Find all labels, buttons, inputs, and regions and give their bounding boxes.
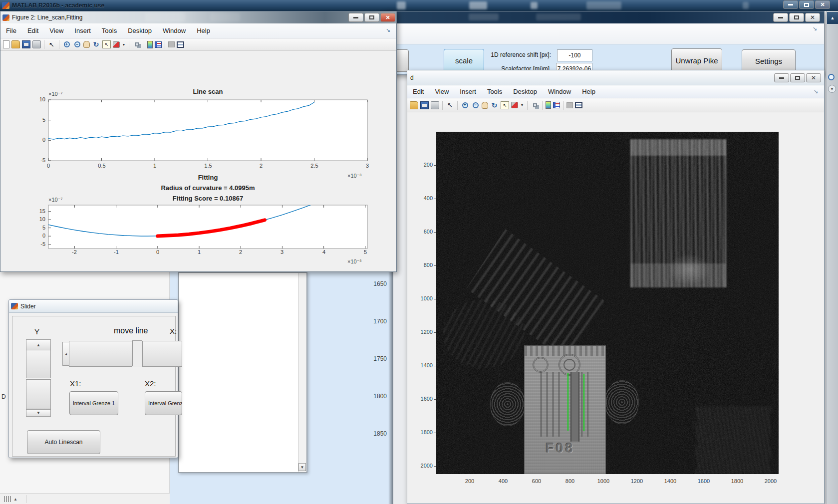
- rotate-3d-icon[interactable]: ↻: [490, 101, 499, 109]
- main-close-button[interactable]: ✕: [815, 0, 830, 9]
- auto-linescan-button[interactable]: Auto Linescan: [27, 430, 100, 454]
- resize-grip-icon[interactable]: ▲: [4, 496, 17, 502]
- x1-label: X1:: [70, 379, 81, 388]
- y-slider-track-upper[interactable]: [26, 350, 51, 378]
- collapse-panel-button[interactable]: ▲: [827, 12, 838, 24]
- plot-x-tick-label: 0.5: [92, 163, 112, 169]
- control-maximize-button[interactable]: [789, 13, 804, 22]
- y-slider-track-lower[interactable]: [26, 379, 51, 409]
- interval-grenze-1-button[interactable]: Interval Grenze 1: [69, 391, 118, 415]
- panel-edge-shadow: [388, 265, 393, 504]
- control-close-button[interactable]: ✕: [805, 13, 820, 22]
- plot-tools-on-icon[interactable]: [575, 102, 582, 108]
- image-y-tick-label: 1400: [413, 362, 433, 368]
- zoom-in-icon[interactable]: +: [461, 101, 469, 109]
- control-panel-menustrip: ↘: [384, 23, 824, 44]
- slider-content-panel: Y move line X: ▲ ▼ ◂ X1: X2: Interval Gr…: [12, 316, 176, 457]
- pan-hand-icon[interactable]: [482, 102, 488, 109]
- image-figure-menubar: EditViewInsertToolsDesktopWindowHelp: [407, 85, 824, 98]
- x-axis-label: X:: [170, 327, 177, 335]
- data-cursor-icon[interactable]: ↖: [501, 101, 509, 109]
- interval-grenze-1-label: Interval Grenze 1: [73, 400, 115, 406]
- menu-item-window[interactable]: Window: [543, 88, 576, 95]
- background-window-ghost: [743, 2, 749, 9]
- background-window-ghost: [586, 1, 621, 9]
- menu-item-edit[interactable]: Edit: [407, 88, 429, 95]
- x-slider-thumb[interactable]: [142, 341, 182, 367]
- image-y-tick-label: 200: [413, 162, 433, 168]
- plot-x-tick-label: 1: [189, 249, 209, 255]
- linescan-marker-1[interactable]: [567, 373, 568, 431]
- menu-item-tools[interactable]: Tools: [482, 88, 508, 95]
- plot-y-tick-label: -5: [31, 157, 45, 163]
- unwrap-pike-button[interactable]: Unwrap Pike: [671, 48, 722, 72]
- image-y-tick-label: 1600: [413, 396, 433, 402]
- control-panel-window: ✕ ↘ scale 1D reference shift [px]: Scale…: [383, 11, 825, 75]
- desktop-right-strip: ▲ ▼: [826, 11, 838, 504]
- ref-shift-label: 1D reference shift [px]:: [476, 51, 551, 58]
- plot-y-tick-label: 0: [31, 233, 45, 239]
- y-slider-down-button[interactable]: ▼: [26, 409, 51, 417]
- image-figure-minimize-button[interactable]: [774, 73, 789, 82]
- right-pad-ellipse: [605, 380, 639, 424]
- save-icon[interactable]: [420, 101, 429, 109]
- main-maximize-button[interactable]: [799, 0, 814, 9]
- control-panel-titlebar[interactable]: ✕: [384, 11, 824, 23]
- image-x-tick-label: 2000: [761, 478, 781, 484]
- move-line-slider-track[interactable]: [132, 340, 142, 366]
- dock-arrow-icon[interactable]: ↘: [813, 25, 817, 32]
- menu-item-help[interactable]: Help: [576, 88, 601, 95]
- ref-shift-field[interactable]: [557, 49, 592, 61]
- dropdown-arrow-icon[interactable]: ▾: [520, 101, 524, 109]
- matlab-figure-icon: [11, 303, 18, 309]
- image-x-tick-label: 800: [560, 478, 580, 484]
- image-figure-window: d ✕ EditViewInsertToolsDesktopWindowHelp…: [407, 70, 825, 504]
- interval-grenze-2-button[interactable]: Interval Grenze 2: [145, 391, 182, 415]
- background-window-ghost: [397, 1, 406, 9]
- open-folder-icon[interactable]: [410, 101, 418, 109]
- interferogram-image[interactable]: F08: [436, 132, 779, 474]
- main-window-title: MATLAB R2016b - academic use: [12, 2, 104, 9]
- legend-icon[interactable]: [553, 102, 560, 108]
- plot-x-tick-label: 1: [145, 163, 165, 169]
- plot-tools-off-icon[interactable]: [566, 102, 573, 108]
- pointer-icon[interactable]: ↖: [446, 101, 454, 109]
- control-minimize-button[interactable]: [773, 13, 788, 22]
- plots-canvas[interactable]: [0, 11, 397, 272]
- colorbar-icon[interactable]: [546, 101, 551, 109]
- plot-y-tick-label: 10: [31, 216, 45, 222]
- image-figure-close-button[interactable]: ✕: [806, 73, 821, 82]
- brush-icon[interactable]: [511, 102, 518, 108]
- hidden-panel-tick-label: 1850: [357, 430, 387, 437]
- toolbar-separator: [563, 101, 563, 110]
- menu-item-desktop[interactable]: Desktop: [508, 88, 543, 95]
- listbox-window: ▼: [178, 272, 307, 473]
- toolbar-separator: [527, 101, 528, 110]
- settings-button[interactable]: Settings: [742, 49, 796, 73]
- empty-listbox[interactable]: [179, 273, 298, 472]
- plot-x-tick-label: 3: [357, 163, 377, 169]
- menu-item-view[interactable]: View: [429, 88, 454, 95]
- main-minimize-button[interactable]: [783, 0, 798, 9]
- image-figure-toolbar: ↖+−↻↖▾: [407, 98, 824, 112]
- move-line-slider-thumb[interactable]: [69, 341, 132, 367]
- link-plots-icon[interactable]: [531, 101, 539, 109]
- scale-button-label: scale: [455, 56, 473, 65]
- plot-y-tick-label: 15: [31, 208, 45, 214]
- slider-titlebar[interactable]: Slider: [9, 300, 178, 313]
- menu-item-insert[interactable]: Insert: [454, 88, 482, 95]
- scroll-down-button[interactable]: ▼: [298, 463, 306, 471]
- plot-y-tick-label: 5: [31, 117, 45, 123]
- chevron-down-icon[interactable]: ▼: [828, 85, 836, 93]
- listbox-scrollbar[interactable]: ▼: [298, 273, 306, 472]
- image-figure-maximize-button[interactable]: [790, 73, 805, 82]
- image-figure-titlebar[interactable]: d ✕: [407, 70, 824, 85]
- status-strip: ▲: [0, 493, 170, 504]
- print-icon[interactable]: [431, 101, 439, 109]
- linescan-marker-2[interactable]: [583, 374, 584, 431]
- zoom-out-icon[interactable]: −: [471, 101, 480, 109]
- dock-arrow-icon[interactable]: ↘: [814, 88, 818, 95]
- move-line-slider-left-arrow[interactable]: ◂: [62, 342, 69, 366]
- y-slider-up-button[interactable]: ▲: [26, 339, 51, 350]
- search-icon[interactable]: [828, 74, 837, 82]
